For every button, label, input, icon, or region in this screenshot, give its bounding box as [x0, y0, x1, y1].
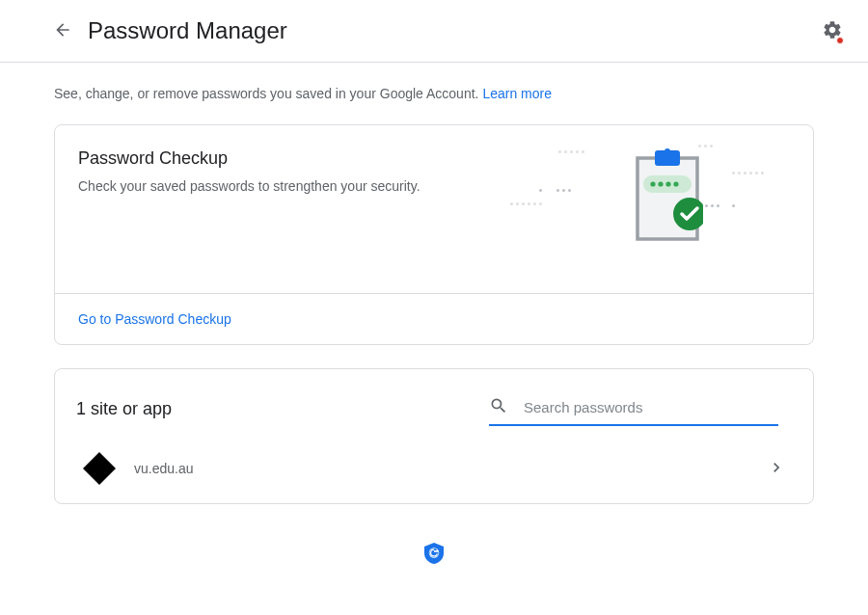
footer	[54, 527, 814, 582]
svg-point-4	[650, 181, 655, 186]
search-icon	[489, 396, 508, 418]
chevron-right-icon	[767, 458, 786, 480]
svg-point-6	[665, 181, 670, 186]
back-arrow-icon[interactable]	[53, 20, 72, 42]
settings-alert-dot	[836, 37, 844, 44]
password-checkup-top: Password Checkup Check your saved passwo…	[55, 125, 813, 293]
page-title: Password Manager	[88, 17, 287, 44]
svg-point-5	[658, 181, 663, 186]
search-area[interactable]	[489, 392, 778, 426]
site-favicon	[83, 452, 116, 485]
sites-card: 1 site or app vu.edu.au	[54, 368, 814, 504]
site-row[interactable]: vu.edu.au	[55, 441, 813, 503]
sites-header: 1 site or app	[55, 369, 813, 441]
google-shield-icon	[424, 543, 444, 564]
go-to-password-checkup-link[interactable]: Go to Password Checkup	[78, 311, 231, 327]
sites-count-title: 1 site or app	[76, 399, 172, 419]
clipboard-icon	[632, 148, 703, 245]
intro-description: See, change, or remove passwords you sav…	[54, 86, 482, 101]
intro-text: See, change, or remove passwords you sav…	[54, 86, 814, 101]
search-input[interactable]	[524, 399, 778, 415]
password-checkup-card: Password Checkup Check your saved passwo…	[54, 124, 814, 345]
settings-gear-icon[interactable]	[822, 19, 843, 43]
password-checkup-illustration	[539, 148, 790, 254]
header: Password Manager	[0, 0, 868, 63]
content: See, change, or remove passwords you sav…	[0, 63, 868, 605]
svg-rect-2	[665, 148, 670, 154]
header-left: Password Manager	[53, 17, 287, 44]
password-checkup-title: Password Checkup	[78, 148, 420, 169]
site-name: vu.edu.au	[134, 461, 194, 476]
learn-more-link[interactable]: Learn more	[482, 86, 552, 101]
password-checkup-footer: Go to Password Checkup	[55, 293, 813, 344]
site-row-left: vu.edu.au	[88, 457, 194, 480]
svg-point-7	[673, 181, 678, 186]
password-checkup-subtitle: Check your saved passwords to strengthen…	[78, 178, 420, 194]
